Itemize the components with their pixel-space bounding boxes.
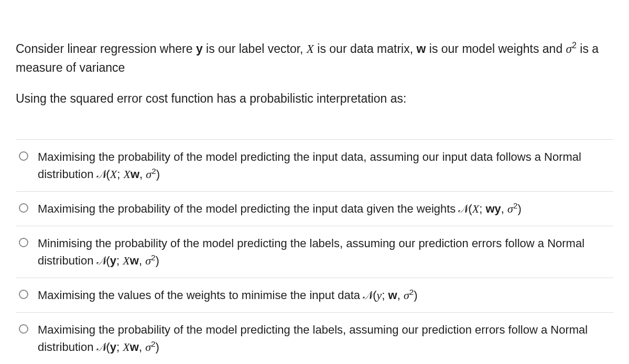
question-prompt: Using the squared error cost function ha…: [16, 90, 613, 108]
radio-icon[interactable]: [19, 151, 28, 161]
stem-text-4: is our model weights and: [426, 42, 566, 56]
option-3-text: Minimising the probability of the model …: [38, 235, 610, 269]
option-3[interactable]: Minimising the probability of the model …: [16, 226, 613, 278]
sym-sigma: σ: [566, 42, 572, 56]
sym-w: w: [416, 42, 426, 56]
option-1-text: Maximising the probability of the model …: [38, 148, 610, 183]
option-5-text: Maximising the probability of the model …: [38, 321, 610, 356]
radio-icon[interactable]: [19, 324, 28, 334]
sym-X: X: [307, 42, 314, 56]
question-page: Consider linear regression where y is ou…: [0, 0, 629, 364]
question-stem: Consider linear regression where y is ou…: [16, 40, 613, 77]
option-4[interactable]: Maximising the values of the weights to …: [16, 278, 613, 313]
sym-y: y: [196, 42, 203, 56]
sym-two: 2: [572, 40, 577, 50]
stem-text-3: is our data matrix,: [314, 42, 417, 56]
option-2[interactable]: Maximising the probability of the model …: [16, 192, 613, 226]
option-1[interactable]: Maximising the probability of the model …: [16, 140, 613, 192]
radio-icon[interactable]: [19, 203, 28, 213]
option-5[interactable]: Maximising the probability of the model …: [16, 313, 613, 364]
option-4-text: Maximising the values of the weights to …: [38, 286, 610, 304]
radio-icon[interactable]: [19, 290, 28, 299]
stem-text-1: Consider linear regression where: [16, 42, 196, 56]
radio-icon[interactable]: [19, 238, 28, 247]
options-list: Maximising the probability of the model …: [16, 139, 613, 364]
option-2-text: Maximising the probability of the model …: [38, 200, 610, 217]
stem-text-2: is our label vector,: [203, 42, 307, 56]
